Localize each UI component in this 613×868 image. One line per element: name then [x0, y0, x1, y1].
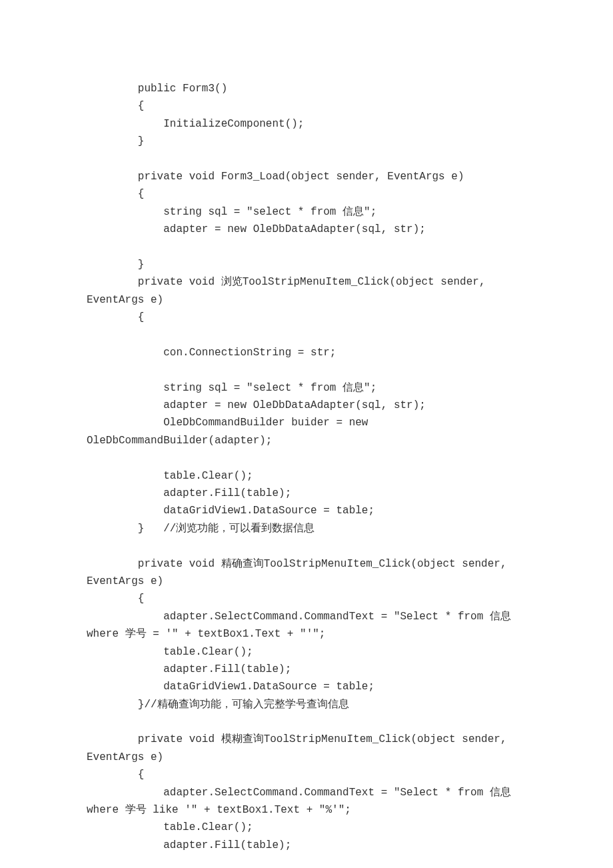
- document-page: public Form3() { InitializeComponent(); …: [0, 0, 613, 868]
- code-block: public Form3() { InitializeComponent(); …: [87, 80, 526, 854]
